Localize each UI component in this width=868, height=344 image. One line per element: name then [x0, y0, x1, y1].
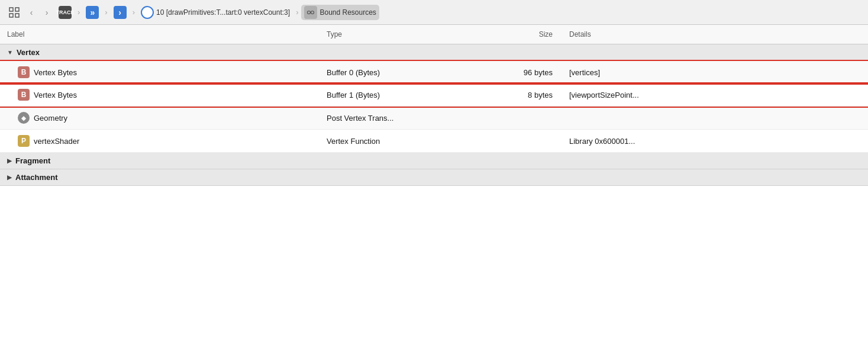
section-fragment-label: ▶ Fragment — [0, 156, 320, 165]
trace-icon: TRACE — [59, 6, 72, 19]
vertex-bytes-2-details: [viewportSizePoint... — [562, 88, 868, 102]
attachment-triangle-icon: ▶ — [7, 174, 12, 181]
grid-icon[interactable] — [6, 4, 22, 21]
table-row[interactable]: B Vertex Bytes Buffer 0 (Bytes) 96 bytes… — [0, 61, 868, 83]
geometry-label-cell: ◆ Geometry — [0, 110, 320, 126]
table-header: Label Type Size Details — [0, 25, 868, 44]
vertex-bytes-1-label-cell: B Vertex Bytes — [0, 64, 320, 81]
breadcrumb-chevron-double[interactable]: » — [83, 5, 102, 20]
vertex-shader-details: Library 0x600001... — [562, 134, 868, 148]
draw-call-label: 10 [drawPrimitives:T...tart:0 vertexCoun… — [156, 8, 290, 17]
sep-3: › — [133, 8, 135, 17]
draw-call-icon — [141, 6, 154, 19]
section-fragment[interactable]: ▶ Fragment — [0, 153, 868, 169]
chevron-double-icon: » — [86, 6, 99, 19]
vertex-bytes-2-label: Vertex Bytes — [34, 91, 77, 99]
vertex-section-text: Vertex — [17, 48, 40, 57]
attachment-section-text: Attachment — [15, 173, 58, 182]
vertex-shader-label: vertexShader — [34, 137, 79, 146]
geometry-size — [485, 115, 562, 120]
svg-rect-1 — [15, 8, 19, 11]
svg-rect-0 — [9, 8, 13, 11]
col-header-type: Type — [320, 28, 485, 41]
sep-2: › — [105, 8, 107, 17]
buffer-icon-2: B — [18, 89, 30, 101]
vertex-shader-size — [485, 139, 562, 143]
section-vertex[interactable]: ▼ Vertex — [0, 44, 868, 61]
vertex-bytes-1-details: [vertices] — [562, 66, 868, 79]
geometry-icon: ◆ — [18, 112, 30, 124]
col-header-size: Size — [485, 28, 562, 41]
table-row[interactable]: P vertexShader Vertex Function Library 0… — [0, 130, 868, 153]
section-attachment[interactable]: ▶ Attachment — [0, 169, 868, 186]
col-header-label: Label — [0, 28, 320, 41]
table-row[interactable]: ◆ Geometry Post Vertex Trans... — [0, 107, 868, 130]
sep-4: › — [296, 8, 298, 17]
breadcrumb-chevron-single[interactable]: › — [111, 5, 130, 20]
chevron-single-icon: › — [114, 6, 127, 19]
svg-rect-3 — [15, 14, 19, 17]
bound-resources-label: Bound Resources — [320, 8, 376, 17]
vertex-bytes-1-type: Buffer 0 (Bytes) — [320, 66, 485, 79]
sep-1: › — [78, 8, 80, 17]
fragment-triangle-icon: ▶ — [7, 157, 12, 164]
vertex-bytes-1-label: Vertex Bytes — [34, 68, 77, 77]
svg-point-5 — [311, 11, 314, 14]
vertex-shader-type: Vertex Function — [320, 134, 485, 148]
svg-point-4 — [308, 11, 311, 14]
geometry-type: Post Vertex Trans... — [320, 111, 485, 125]
vertex-bytes-2-type: Buffer 1 (Bytes) — [320, 88, 485, 102]
bound-resources-icon — [304, 6, 317, 19]
breadcrumb-trace[interactable]: TRACE — [56, 5, 75, 20]
fragment-section-text: Fragment — [15, 156, 50, 165]
geometry-details — [562, 115, 868, 120]
vertex-bytes-2-size: 8 bytes — [485, 88, 562, 102]
geometry-label: Geometry — [34, 114, 67, 123]
back-arrow[interactable]: ‹ — [25, 6, 38, 19]
vertex-shader-label-cell: P vertexShader — [0, 133, 320, 149]
toolbar: ‹ › TRACE › » › › › 10 [drawPrimitives:T… — [0, 0, 868, 25]
svg-rect-2 — [9, 14, 13, 17]
buffer-icon-1: B — [18, 66, 30, 78]
table-body: ▼ Vertex B Vertex Bytes Buffer 0 (Bytes)… — [0, 44, 868, 186]
section-attachment-label: ▶ Attachment — [0, 173, 320, 182]
breadcrumb-bound-resources[interactable]: Bound Resources — [301, 5, 379, 20]
vertex-bytes-1-size: 96 bytes — [485, 66, 562, 79]
forward-arrow[interactable]: › — [40, 6, 53, 19]
vertex-bytes-2-label-cell: B Vertex Bytes — [0, 86, 320, 103]
table-row[interactable]: B Vertex Bytes Buffer 1 (Bytes) 8 bytes … — [0, 83, 868, 107]
breadcrumb-draw-call[interactable]: 10 [drawPrimitives:T...tart:0 vertexCoun… — [138, 5, 293, 20]
vertex-shader-icon: P — [18, 135, 30, 147]
vertex-triangle-icon: ▼ — [7, 49, 13, 56]
col-header-details: Details — [562, 28, 868, 41]
section-vertex-label: ▼ Vertex — [0, 48, 320, 57]
